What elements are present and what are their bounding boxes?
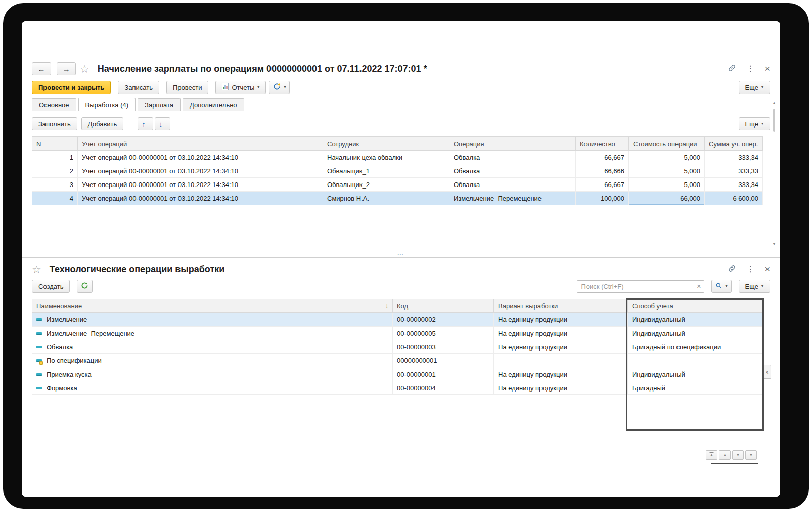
col-header-cost[interactable]: Стоимость операции [629, 137, 705, 151]
list-row[interactable]: Приемка куска 00-00000001 На единицу про… [32, 367, 763, 381]
list-close-icon[interactable]: × [764, 265, 770, 274]
favorite-star-icon[interactable]: ☆ [80, 64, 89, 74]
arrow-down-icon: ↓ [159, 120, 163, 128]
operations-table-more-button[interactable]: Еще▾ [739, 117, 770, 130]
last-page-button[interactable]: ▼ [745, 450, 757, 460]
collapse-panel-button[interactable]: ‹ [763, 365, 771, 379]
get-link-icon[interactable] [728, 64, 736, 74]
forward-arrow-icon: → [63, 65, 70, 73]
col-header-operation[interactable]: Операция [449, 137, 576, 151]
col-header-employee[interactable]: Сотрудник [323, 137, 449, 151]
search-button[interactable]: ▾ [711, 280, 732, 293]
vertical-scrollbar[interactable]: ▲ ▼ [770, 101, 778, 246]
document-tabs: Основное Выработка (4) Зарплата Дополнит… [32, 98, 770, 111]
row-type-icon [36, 331, 43, 336]
operations-row[interactable]: 2 Учет операций 00-00000001 от 03.10.202… [32, 164, 763, 178]
col-header-code[interactable]: Код [393, 299, 494, 313]
sort-desc-icon: ↓ [385, 302, 388, 309]
list-more-button[interactable]: Еще▾ [739, 280, 770, 293]
close-icon[interactable]: × [764, 64, 770, 73]
panel-splitter[interactable]: ⋯ [22, 251, 780, 258]
row-type-icon [36, 358, 43, 363]
last-page-icon: ▼ [749, 453, 753, 457]
search-box: × [577, 280, 704, 293]
next-page-button[interactable]: ▼ [732, 450, 744, 460]
post-and-close-button[interactable]: Провести и закрыть [32, 81, 111, 94]
back-button[interactable]: ← [32, 62, 51, 75]
document-window-icons: ⋮ × [728, 64, 770, 74]
reports-button[interactable]: Отчеты ▾ [215, 81, 266, 94]
previous-page-icon: ▲ [723, 453, 727, 457]
report-icon [222, 83, 229, 92]
col-header-sum[interactable]: Сумма уч. опер. [705, 137, 763, 151]
operations-list-table: Наименование↓ Код Вариант выработки Спос… [32, 299, 763, 395]
pagination-controls: ▲ ▲ ▼ ▼ [706, 450, 757, 460]
refresh-button[interactable] [77, 280, 93, 293]
document-tab[interactable]: Дополнительно [183, 98, 244, 111]
top-spacer [32, 21, 770, 60]
first-page-icon: ▲ [710, 453, 714, 457]
post-button[interactable]: Провести [166, 81, 209, 94]
first-page-button[interactable]: ▲ [706, 450, 717, 460]
list-row[interactable]: Измельчение 00-00000002 На единицу проду… [32, 313, 763, 327]
scrollbar-thumb[interactable] [773, 109, 775, 132]
search-clear-icon[interactable]: × [697, 283, 701, 290]
row-type-icon [36, 344, 43, 350]
operations-row[interactable]: 4 Учет операций 00-00000001 от 03.10.202… [32, 192, 763, 205]
move-row-up-button[interactable]: ↑ [138, 117, 153, 130]
forward-button[interactable]: → [57, 62, 76, 75]
col-header-name[interactable]: Наименование↓ [32, 299, 393, 313]
list-get-link-icon[interactable] [728, 264, 736, 274]
list-row[interactable]: По спецификации 00000000001 [32, 354, 763, 367]
document-tab[interactable]: Основное [32, 98, 76, 111]
refresh-icon [81, 282, 88, 291]
arrow-up-icon: ↑ [142, 120, 146, 128]
operations-list-panel: ☆ Технологические операции выработки ⋮ ×… [22, 258, 780, 497]
list-toolbar: Создать × [32, 278, 770, 294]
save-button[interactable]: Записать [118, 81, 159, 94]
document-tab[interactable]: Зарплата [138, 98, 181, 111]
document-title: Начисление зарплаты по операциям 0000000… [98, 64, 427, 74]
list-row[interactable]: Измельчение_Перемещение 00-00000005 На е… [32, 327, 763, 340]
fill-button[interactable]: Заполнить [32, 117, 77, 130]
document-more-button[interactable]: Еще▾ [739, 81, 770, 94]
chevron-left-icon: ‹ [766, 368, 769, 376]
list-title: Технологические операции выработки [50, 264, 224, 275]
row-type-icon [36, 385, 43, 391]
scroll-down-icon[interactable]: ▼ [770, 242, 778, 246]
list-row[interactable]: Формовка 00-00000004 На единицу продукци… [32, 381, 763, 395]
scroll-up-icon[interactable]: ▲ [770, 101, 778, 105]
horizontal-scrollbar-thumb[interactable] [711, 463, 758, 464]
col-header-n[interactable]: N [32, 137, 78, 151]
operations-row[interactable]: 1 Учет операций 00-00000001 от 03.10.202… [32, 151, 763, 164]
more-menu-icon[interactable]: ⋮ [746, 65, 754, 73]
create-based-on-button[interactable]: ▾ [269, 81, 290, 94]
col-header-doc[interactable]: Учет операций [78, 137, 323, 151]
list-row[interactable]: Обвалка 00-00000003 На единицу продукции… [32, 340, 763, 354]
row-type-icon [36, 317, 43, 322]
document-title-row: ← → ☆ Начисление зарплаты по операциям 0… [32, 60, 770, 77]
operations-header-row: N Учет операций Сотрудник Операция Колич… [32, 137, 763, 151]
move-row-group: ↑ ↓ [138, 117, 170, 130]
previous-page-button[interactable]: ▲ [719, 450, 731, 460]
document-tab[interactable]: Выработка (4) [78, 98, 136, 111]
magnifier-icon [715, 282, 723, 291]
list-more-menu-icon[interactable]: ⋮ [746, 265, 754, 273]
splitter-handle-icon[interactable]: ⋯ [397, 251, 405, 258]
row-type-icon [36, 371, 43, 377]
list-header-row: Наименование↓ Код Вариант выработки Спос… [32, 299, 763, 313]
app-window: ← → ☆ Начисление зарплаты по операциям 0… [22, 21, 780, 497]
operations-table-toolbar: Заполнить Добавить ↑ ↓ Еще▾ [32, 116, 770, 131]
list-window-icons: ⋮ × [728, 264, 770, 274]
col-header-variant[interactable]: Вариант выработки [494, 299, 628, 313]
add-row-button[interactable]: Добавить [81, 117, 123, 130]
col-header-qty[interactable]: Количество [576, 137, 629, 151]
col-header-method[interactable]: Способ учета [628, 299, 763, 313]
search-input[interactable] [577, 280, 704, 293]
operations-table: N Учет операций Сотрудник Операция Колич… [32, 136, 763, 205]
list-favorite-star-icon[interactable]: ☆ [32, 264, 41, 275]
create-based-on-icon [273, 83, 281, 92]
move-row-down-button[interactable]: ↓ [155, 117, 170, 130]
operations-row[interactable]: 3 Учет операций 00-00000001 от 03.10.202… [32, 178, 763, 192]
create-button[interactable]: Создать [32, 280, 70, 293]
